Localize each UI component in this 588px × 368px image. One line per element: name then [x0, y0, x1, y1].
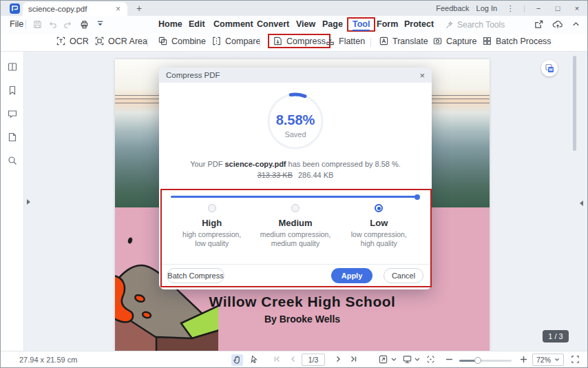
compress-pdf-dialog: Compress PDF × 8.58% Saved Your PDF scie…: [159, 68, 432, 289]
export-to-word-badge[interactable]: W: [541, 60, 558, 76]
option-high[interactable]: High high compression,low quality: [170, 203, 253, 248]
attachments-panel-icon[interactable]: [7, 132, 18, 143]
comments-panel-icon[interactable]: [7, 108, 18, 119]
first-page-icon[interactable]: [273, 354, 282, 364]
new-size: 286.44 KB: [298, 171, 333, 179]
document-tab[interactable]: science-copy.pdf ×: [23, 2, 127, 16]
more-menu-icon[interactable]: ⋮: [504, 4, 516, 13]
toolbar-batch-process[interactable]: Batch Process: [482, 36, 552, 46]
minimize-button[interactable]: −: [532, 4, 545, 12]
save-icon[interactable]: [32, 19, 43, 30]
menu-file[interactable]: File: [10, 19, 23, 29]
last-page-icon[interactable]: [348, 354, 358, 364]
vertical-scrollbar[interactable]: [573, 56, 576, 151]
apply-button[interactable]: Apply: [331, 268, 372, 283]
tab-close-icon[interactable]: ×: [114, 4, 122, 14]
focus-mode-icon[interactable]: [426, 354, 436, 365]
menu-form[interactable]: Form: [377, 19, 398, 29]
compression-slider[interactable]: [171, 196, 419, 198]
quick-access-caret-icon[interactable]: [96, 19, 105, 28]
zoom-caret-icon: [554, 357, 560, 362]
dialog-header[interactable]: Compress PDF ×: [159, 68, 432, 83]
menu-comment[interactable]: Comment: [213, 19, 253, 29]
toolbar-flatten[interactable]: Flatten: [325, 36, 365, 46]
cancel-button[interactable]: Cancel: [384, 268, 423, 283]
toolbar-ocr-area[interactable]: OCR Area: [94, 36, 147, 46]
fit-caret-icon[interactable]: [390, 354, 397, 365]
option-medium[interactable]: Medium medium compression,medium quality: [253, 203, 337, 248]
toolbar-combine[interactable]: Combine: [158, 36, 206, 46]
toolbar-compare[interactable]: Compare: [211, 36, 260, 46]
hand-tool-icon[interactable]: [231, 354, 243, 366]
compression-options: High high compression,low quality Medium…: [170, 203, 421, 248]
next-page-icon[interactable]: [333, 354, 343, 364]
full-screen-icon[interactable]: [570, 354, 580, 365]
select-tool-icon[interactable]: [249, 354, 260, 365]
zoom-out-icon[interactable]: [445, 354, 454, 365]
share-icon[interactable]: [534, 19, 544, 30]
menu-tool[interactable]: Tool: [347, 17, 375, 32]
fit-page-icon[interactable]: [378, 354, 388, 365]
login-link[interactable]: Log In: [476, 4, 498, 12]
expand-right-panel-icon[interactable]: [580, 201, 583, 206]
old-size: 313.33 KB: [258, 171, 293, 179]
divider: [159, 264, 432, 265]
zoom-slider[interactable]: [459, 360, 512, 362]
radio-medium[interactable]: [291, 204, 300, 212]
ocr-icon: [56, 36, 66, 46]
radio-high[interactable]: [208, 204, 216, 212]
cloud-upload-icon[interactable]: [552, 19, 563, 30]
menu-home[interactable]: Home: [158, 19, 182, 29]
file-name: science-copy.pdf: [224, 160, 286, 168]
left-panel-bar: [1, 52, 24, 351]
toolbar-translate[interactable]: Translate: [379, 36, 428, 46]
previous-page-icon[interactable]: [288, 354, 298, 364]
titlebar-divider: |: [523, 4, 525, 12]
menu-convert[interactable]: Convert: [257, 19, 289, 29]
maximize-button[interactable]: □: [552, 4, 564, 12]
toolbar-capture[interactable]: Capture: [432, 36, 476, 46]
wand-icon: [445, 21, 454, 30]
new-tab-button[interactable]: +: [133, 2, 145, 14]
dialog-title: Compress PDF: [166, 71, 419, 79]
print-icon[interactable]: [79, 19, 90, 30]
collapse-toolbar-icon[interactable]: [571, 19, 580, 30]
menu-edit[interactable]: Edit: [189, 19, 205, 29]
zoom-slider-thumb[interactable]: [474, 357, 481, 364]
thumbnails-panel-icon[interactable]: [7, 61, 18, 72]
menu-page[interactable]: Page: [322, 19, 343, 29]
dialog-close-icon[interactable]: ×: [419, 70, 425, 81]
radio-low-selected[interactable]: [375, 204, 383, 212]
menu-protect[interactable]: Protect: [404, 19, 434, 29]
menu-view[interactable]: View: [296, 19, 315, 29]
toolbar-ocr[interactable]: OCR: [56, 36, 89, 46]
toolbar-compress[interactable]: Compress: [268, 34, 330, 48]
close-button[interactable]: ×: [571, 4, 583, 12]
search-tools[interactable]: Search Tools: [445, 20, 505, 30]
zoom-level-dropdown[interactable]: 72%: [532, 354, 564, 366]
svg-text:W: W: [549, 67, 553, 72]
saved-percent: 8.58%: [266, 112, 325, 128]
ocr-area-icon: [94, 36, 105, 46]
app-logo-icon: [10, 3, 20, 14]
presentation-icon[interactable]: [402, 354, 412, 365]
option-low[interactable]: Low low compression,high quality: [337, 203, 421, 248]
bookmarks-panel-icon[interactable]: [7, 85, 18, 96]
redo-icon[interactable]: [63, 19, 73, 30]
zoom-in-icon[interactable]: [519, 354, 528, 365]
zoom-level-value: 72%: [536, 356, 551, 364]
undo-icon[interactable]: [48, 19, 58, 30]
size-comparison: 313.33 KB286.44 KB: [159, 171, 432, 179]
page-number-badge: 1 / 3: [543, 330, 569, 343]
presentation-caret-icon[interactable]: [414, 354, 421, 365]
search-panel-icon[interactable]: [7, 155, 18, 166]
savings-gauge: 8.58% Saved: [266, 92, 325, 151]
page-number-input[interactable]: 1/3: [302, 354, 325, 366]
expand-left-panel-icon[interactable]: [27, 199, 30, 205]
slider-thumb[interactable]: [414, 194, 420, 200]
divider: [25, 20, 26, 29]
compress-icon: [273, 36, 283, 46]
batch-compress-button[interactable]: Batch Compress: [167, 268, 224, 283]
feedback-link[interactable]: Feedback: [436, 4, 469, 12]
app-window: science-copy.pdf × + Feedback Log In ⋮ |…: [0, 0, 588, 368]
